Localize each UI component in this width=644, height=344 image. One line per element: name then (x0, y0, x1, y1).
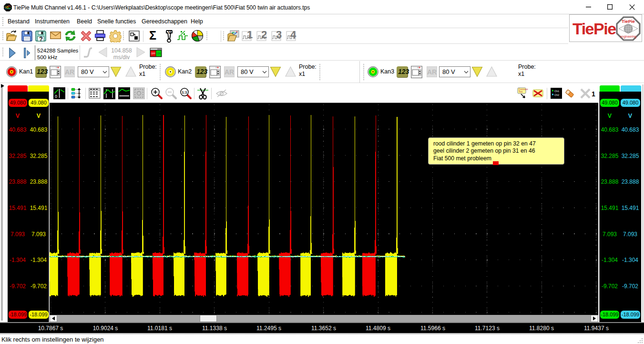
svg-text:1:1: 1:1 (182, 90, 187, 94)
svg-text:OFF: OFF (151, 52, 155, 55)
svg-text:3: 3 (276, 30, 282, 41)
svg-text:ON: ON (157, 52, 161, 55)
svg-text:V: V (168, 30, 171, 35)
svg-text:1: 1 (247, 30, 253, 41)
svg-text:0: 0 (55, 94, 57, 99)
svg-text:Ch1: Ch1 (554, 90, 559, 93)
svg-text:Text: Text (519, 91, 523, 93)
svg-text:4: 4 (290, 30, 296, 41)
svg-text:TiePie: TiePie (622, 19, 635, 24)
svg-text:2: 2 (261, 30, 267, 41)
svg-text:Ch2: Ch2 (554, 94, 559, 96)
svg-text:engineering: engineering (620, 35, 636, 39)
svg-text:?: ? (39, 35, 43, 42)
